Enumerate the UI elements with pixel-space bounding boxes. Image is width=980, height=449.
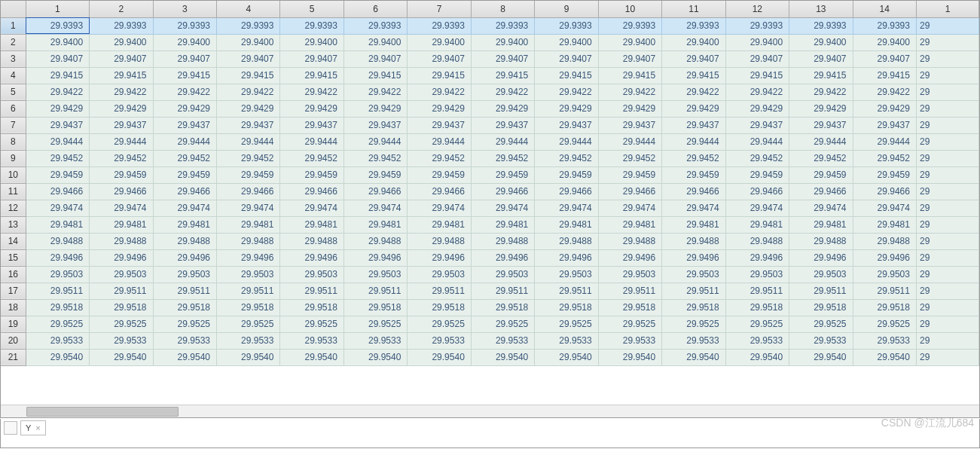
cell[interactable]: 29.9511	[789, 283, 853, 299]
column-header[interactable]: 1	[26, 1, 89, 17]
cell[interactable]: 29.9496	[662, 249, 725, 266]
cell[interactable]: 29.9452	[217, 150, 280, 166]
cell[interactable]: 29.9393	[598, 17, 661, 34]
cell[interactable]: 29.9407	[280, 50, 343, 67]
cell[interactable]: 29.9466	[26, 183, 89, 200]
cell[interactable]: 29.9496	[26, 249, 89, 266]
cell[interactable]: 29.9511	[853, 283, 916, 299]
cell[interactable]: 29.9393	[535, 17, 598, 34]
cell[interactable]: 29.9452	[408, 150, 471, 166]
cell[interactable]: 29.9525	[408, 316, 471, 332]
cell[interactable]: 29	[916, 34, 978, 50]
cell[interactable]: 29.9488	[662, 233, 725, 249]
column-header[interactable]: 1	[916, 1, 978, 17]
cell[interactable]: 29.9393	[789, 17, 853, 34]
cell[interactable]: 29.9459	[343, 166, 407, 183]
cell[interactable]: 29.9533	[789, 332, 853, 349]
cell[interactable]: 29	[916, 17, 978, 34]
cell[interactable]: 29.9452	[598, 150, 661, 166]
cell[interactable]: 29.9459	[662, 166, 725, 183]
cell[interactable]: 29.9429	[535, 100, 598, 117]
cell[interactable]: 29.9518	[153, 299, 216, 316]
row-header[interactable]: 7	[1, 117, 26, 133]
cell[interactable]: 29.9452	[725, 150, 789, 166]
select-all-corner[interactable]	[1, 1, 26, 17]
cell[interactable]: 29.9466	[598, 183, 661, 200]
cell[interactable]: 29.9444	[471, 133, 534, 150]
cell[interactable]: 29.9407	[662, 50, 725, 67]
cell[interactable]: 29.9503	[408, 266, 471, 283]
horizontal-scrollbar[interactable]	[1, 405, 979, 417]
cell[interactable]: 29.9415	[853, 67, 916, 84]
cell[interactable]: 29.9481	[26, 216, 89, 233]
cell[interactable]: 29.9400	[343, 34, 407, 50]
cell[interactable]: 29.9452	[853, 150, 916, 166]
row-header[interactable]: 4	[1, 67, 26, 84]
cell[interactable]: 29.9488	[26, 233, 89, 249]
cell[interactable]: 29.9400	[471, 34, 534, 50]
cell[interactable]: 29.9503	[662, 266, 725, 283]
cell[interactable]: 29.9459	[280, 166, 343, 183]
row-header[interactable]: 11	[1, 183, 26, 200]
cell[interactable]: 29.9437	[662, 117, 725, 133]
cell[interactable]: 29.9518	[408, 299, 471, 316]
cell[interactable]: 29.9511	[217, 283, 280, 299]
cell[interactable]: 29.9429	[598, 100, 661, 117]
cell[interactable]: 29.9400	[90, 34, 153, 50]
column-header[interactable]: 3	[153, 1, 216, 17]
cell[interactable]: 29.9518	[535, 299, 598, 316]
cell[interactable]: 29.9518	[662, 299, 725, 316]
cell[interactable]: 29.9474	[598, 200, 661, 216]
cell[interactable]: 29.9525	[26, 316, 89, 332]
cell[interactable]: 29.9444	[598, 133, 661, 150]
cell[interactable]: 29.9429	[662, 100, 725, 117]
cell[interactable]: 29.9429	[853, 100, 916, 117]
row-header[interactable]: 15	[1, 249, 26, 266]
cell[interactable]: 29.9496	[725, 249, 789, 266]
cell[interactable]: 29.9474	[280, 200, 343, 216]
column-header[interactable]: 12	[725, 1, 789, 17]
cell[interactable]: 29.9400	[535, 34, 598, 50]
cell[interactable]: 29.9488	[90, 233, 153, 249]
cell[interactable]: 29.9540	[853, 349, 916, 365]
cell[interactable]: 29	[916, 332, 978, 349]
cell[interactable]: 29.9393	[217, 17, 280, 34]
scrollbar-thumb[interactable]	[26, 407, 179, 417]
cell[interactable]: 29.9525	[535, 316, 598, 332]
cell[interactable]: 29.9525	[280, 316, 343, 332]
cell[interactable]: 29.9459	[535, 166, 598, 183]
column-header[interactable]: 4	[217, 1, 280, 17]
cell[interactable]: 29.9422	[217, 84, 280, 100]
cell[interactable]: 29.9407	[153, 50, 216, 67]
cell[interactable]: 29.9422	[26, 84, 89, 100]
row-header[interactable]: 19	[1, 316, 26, 332]
cell[interactable]: 29.9415	[280, 67, 343, 84]
cell[interactable]: 29.9415	[471, 67, 534, 84]
add-sheet-button[interactable]	[4, 421, 17, 435]
cell[interactable]: 29.9481	[217, 216, 280, 233]
cell[interactable]: 29.9533	[471, 332, 534, 349]
cell[interactable]: 29.9511	[280, 283, 343, 299]
cell[interactable]: 29.9474	[153, 200, 216, 216]
cell[interactable]: 29	[916, 316, 978, 332]
cell[interactable]: 29.9533	[343, 332, 407, 349]
cell[interactable]: 29.9400	[853, 34, 916, 50]
cell[interactable]: 29.9540	[343, 349, 407, 365]
cell[interactable]: 29.9533	[217, 332, 280, 349]
cell[interactable]: 29.9511	[26, 283, 89, 299]
cell[interactable]: 29.9466	[789, 183, 853, 200]
cell[interactable]: 29.9496	[598, 249, 661, 266]
cell[interactable]: 29.9525	[90, 316, 153, 332]
cell[interactable]: 29.9393	[853, 17, 916, 34]
cell[interactable]: 29.9466	[725, 183, 789, 200]
cell[interactable]: 29.9481	[343, 216, 407, 233]
cell[interactable]: 29.9466	[535, 183, 598, 200]
cell[interactable]: 29.9488	[725, 233, 789, 249]
cell[interactable]: 29.9511	[598, 283, 661, 299]
sheet-tab-y[interactable]: Y ×	[20, 420, 46, 435]
cell[interactable]: 29.9444	[662, 133, 725, 150]
cell[interactable]: 29.9540	[598, 349, 661, 365]
cell[interactable]: 29.9437	[90, 117, 153, 133]
cell[interactable]: 29.9437	[408, 117, 471, 133]
cell[interactable]: 29.9503	[725, 266, 789, 283]
